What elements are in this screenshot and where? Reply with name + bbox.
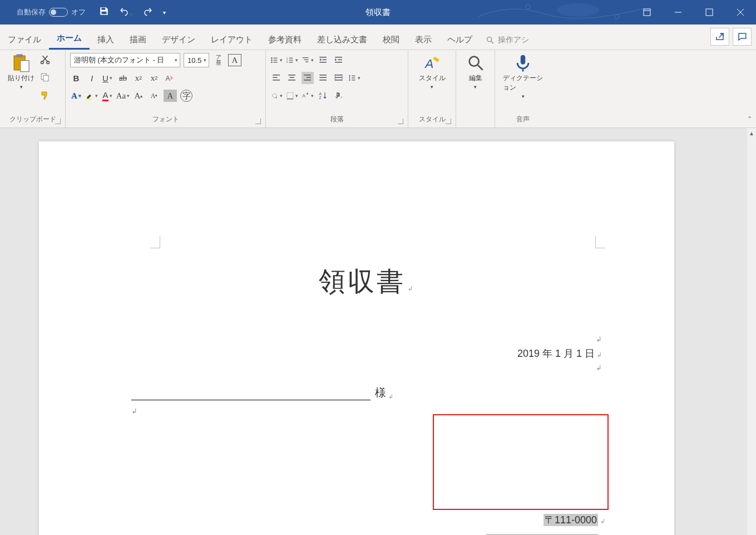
share-button[interactable] <box>710 28 729 46</box>
subscript-button[interactable]: x2 <box>132 72 145 84</box>
shading-button[interactable] <box>270 90 283 102</box>
tab-review[interactable]: 校閲 <box>375 29 407 50</box>
text-effects-button[interactable]: A <box>70 90 82 102</box>
enclose-characters-button[interactable]: 字 <box>180 90 192 102</box>
paste-icon <box>12 53 31 72</box>
document-area[interactable]: 領収書↲ ↲ 2019 年 1 月 1 日↲ ↲ 様↲ ↲ 〒111-0000↲… <box>0 128 747 535</box>
font-dialog-launcher[interactable] <box>255 119 261 124</box>
cut-icon[interactable] <box>40 55 50 67</box>
bullets-button[interactable] <box>270 54 283 66</box>
margin-mark-tl <box>150 236 160 248</box>
recipient-row[interactable]: 様↲ <box>131 385 602 400</box>
styles-button[interactable]: A スタイル▾ <box>416 52 449 91</box>
paragraph-dialog-launcher[interactable] <box>398 119 403 124</box>
sort-button[interactable]: AZ <box>317 90 329 102</box>
tab-home[interactable]: ホーム <box>49 27 90 50</box>
align-right-button[interactable] <box>302 72 314 84</box>
paste-button[interactable]: 貼り付け ▾ <box>4 52 38 91</box>
tab-file[interactable]: ファイル <box>0 29 49 50</box>
styles-dialog-launcher[interactable] <box>446 119 451 124</box>
collapse-ribbon-button[interactable]: ˄ <box>748 115 752 124</box>
svg-text:A: A <box>424 56 433 71</box>
highlight-button[interactable] <box>86 90 98 102</box>
numbering-button[interactable]: 123 <box>286 54 298 66</box>
styles-label: スタイル <box>419 73 446 83</box>
clipboard-dialog-launcher[interactable] <box>55 119 61 124</box>
increase-indent-button[interactable] <box>333 54 345 66</box>
borders-button[interactable] <box>286 90 298 102</box>
save-icon[interactable] <box>99 6 109 18</box>
tab-view[interactable]: 表示 <box>407 29 439 50</box>
tab-layout[interactable]: レイアウト <box>203 29 260 50</box>
font-color-button[interactable]: A <box>101 90 113 102</box>
page[interactable]: 領収書↲ ↲ 2019 年 1 月 1 日↲ ↲ 様↲ ↲ 〒111-0000↲… <box>39 141 674 535</box>
styles-group-label: スタイル <box>419 115 446 123</box>
tell-me-search[interactable]: 操作アシ <box>486 35 529 50</box>
distribute-button[interactable] <box>333 72 345 84</box>
align-center-button[interactable] <box>286 72 298 84</box>
doc-heading[interactable]: 領収書↲ <box>131 264 602 300</box>
tab-help[interactable]: ヘルプ <box>439 29 480 50</box>
phonetic-guide-button[interactable]: ア亜 <box>213 54 225 66</box>
undo-icon[interactable] <box>119 6 133 18</box>
character-shading-button[interactable]: A <box>164 90 177 102</box>
doc-date-text[interactable]: 2019 年 1 月 1 日↲ <box>131 347 602 360</box>
show-marks-button[interactable] <box>333 90 345 102</box>
clear-formatting-button[interactable]: A <box>164 72 176 84</box>
recipient-suffix[interactable]: 様 <box>375 385 386 400</box>
comments-button[interactable] <box>733 28 752 46</box>
group-styles: A スタイル▾ スタイル <box>408 50 456 127</box>
vertical-scrollbar[interactable]: ▲ <box>747 128 756 535</box>
redo-icon[interactable] <box>143 6 153 18</box>
align-left-button[interactable] <box>270 72 283 84</box>
editing-button[interactable]: 編集▾ <box>463 52 488 91</box>
doc-blank2[interactable]: ↲ <box>131 407 602 415</box>
underline-button[interactable]: U <box>101 72 113 84</box>
minimize-button[interactable] <box>663 0 694 24</box>
scroll-up-icon[interactable]: ▲ <box>747 128 756 138</box>
group-editing: 編集▾ <box>456 50 495 127</box>
ribbon-display-button[interactable] <box>631 0 663 24</box>
editing-label: 編集 <box>469 73 482 83</box>
autosave-label: 自動保存 <box>17 7 46 17</box>
justify-button[interactable] <box>317 72 329 84</box>
maximize-button[interactable] <box>694 0 725 24</box>
asian-layout-button[interactable]: A <box>302 90 314 102</box>
strikethrough-button[interactable]: ab <box>117 72 129 84</box>
document-content[interactable]: 領収書↲ ↲ 2019 年 1 月 1 日↲ ↲ 様↲ ↲ 〒111-0000↲… <box>131 253 602 415</box>
change-case-button[interactable]: Aa <box>117 90 129 102</box>
svg-text:A: A <box>319 92 322 96</box>
tab-insert[interactable]: 挿入 <box>90 29 122 50</box>
line-spacing-button[interactable] <box>348 72 360 84</box>
superscript-button[interactable]: x2 <box>148 72 160 84</box>
decrease-indent-button[interactable] <box>317 54 329 66</box>
dictation-button[interactable]: ディクテーション▾ <box>500 52 546 100</box>
sender-block[interactable]: 〒111-0000↲ 〇〇市〇〇1 丁目 2 番地↲ 株式会社オフィス・ハック↲… <box>427 510 605 535</box>
qat-customize-icon[interactable]: ▾ <box>163 9 166 16</box>
copy-icon[interactable] <box>40 72 50 85</box>
tab-mailings[interactable]: 差し込み文書 <box>309 29 375 50</box>
doc-blank1[interactable]: ↲ <box>131 364 602 372</box>
tab-draw[interactable]: 描画 <box>122 29 154 50</box>
format-painter-icon[interactable] <box>40 90 50 102</box>
font-size-select[interactable]: 10.5▾ <box>184 53 209 67</box>
grow-font-button[interactable]: A▴ <box>132 90 145 102</box>
recipient-name-line[interactable] <box>131 387 370 400</box>
ribbon: 貼り付け ▾ クリップボード 游明朝 (本文のフォント - 日▾ 10.5▾ ア… <box>0 50 756 128</box>
italic-button[interactable]: I <box>86 72 98 84</box>
shrink-font-button[interactable]: A▾ <box>148 90 160 102</box>
bold-button[interactable]: B <box>70 72 82 84</box>
autosave-toggle[interactable]: 自動保存 オフ <box>17 7 86 17</box>
tab-design[interactable]: デザイン <box>154 29 203 50</box>
multilevel-list-button[interactable] <box>302 54 314 66</box>
font-name-select[interactable]: 游明朝 (本文のフォント - 日▾ <box>70 53 180 67</box>
svg-point-3 <box>615 14 619 19</box>
tell-me-text: 操作アシ <box>498 35 529 45</box>
paste-label: 貼り付け <box>8 73 34 83</box>
tab-references[interactable]: 参考資料 <box>260 29 309 50</box>
close-button[interactable] <box>725 0 756 24</box>
doc-date[interactable]: ↲ <box>131 335 602 343</box>
svg-rect-1 <box>102 12 107 14</box>
sender-postal[interactable]: 〒111-0000 <box>543 514 598 526</box>
character-border-button[interactable]: A <box>228 54 241 66</box>
